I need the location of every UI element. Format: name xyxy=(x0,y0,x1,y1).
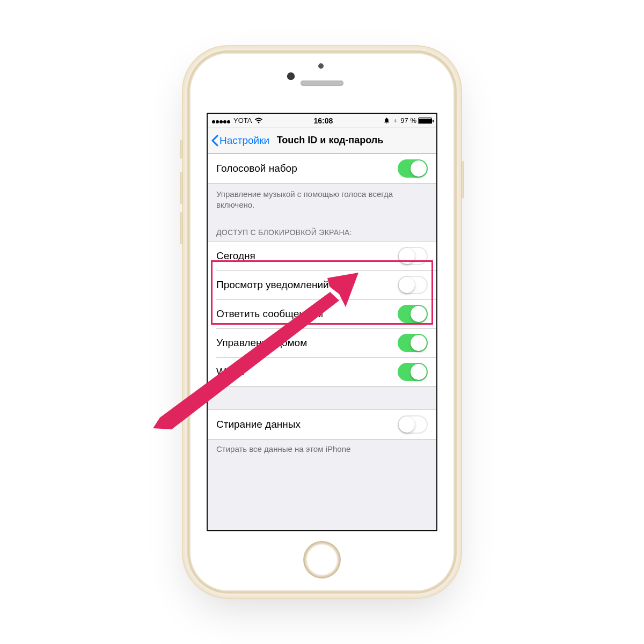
settings-list[interactable]: Голосовой набор Управление музыкой с пом… xyxy=(208,153,436,530)
mute-switch xyxy=(180,140,183,159)
row-label: Wallet xyxy=(216,366,244,378)
volume-up-button xyxy=(180,172,183,204)
signal-strength-icon xyxy=(212,116,231,125)
row-reply-message[interactable]: Ответить сообщением xyxy=(208,299,436,328)
switch-erase-data[interactable] xyxy=(398,415,428,434)
status-bar: YOTA 16:08 97 % xyxy=(208,114,436,128)
switch-wallet[interactable] xyxy=(398,363,428,381)
row-voice-dial[interactable]: Голосовой набор xyxy=(208,154,436,183)
back-label: Настройки xyxy=(219,135,269,147)
row-label: Просмотр уведомлений xyxy=(216,279,329,291)
lock-access-group: Сегодня Просмотр уведомлений Ответить со… xyxy=(208,241,436,387)
erase-footer: Стирать все данные на этом iPhone xyxy=(208,440,436,460)
switch-today[interactable] xyxy=(398,247,428,265)
switch-reply-message[interactable] xyxy=(398,305,428,323)
row-label: Сегодня xyxy=(216,250,255,262)
row-label: Ответить сообщением xyxy=(216,308,323,320)
lock-access-header: ДОСТУП С БЛОКИРОВКОЙ ЭКРАНА: xyxy=(208,216,436,241)
battery-percent: 97 % xyxy=(400,116,416,125)
row-home-control[interactable]: Управление домом xyxy=(208,328,436,357)
row-notifications-view[interactable]: Просмотр уведомлений xyxy=(208,270,436,299)
battery-icon xyxy=(418,118,432,124)
proximity-sensor xyxy=(318,63,324,69)
clock: 16:08 xyxy=(313,116,333,125)
row-label: Управление домом xyxy=(216,337,307,349)
switch-notifications-view[interactable] xyxy=(398,276,428,294)
row-label: Голосовой набор xyxy=(216,163,297,174)
switch-home-control[interactable] xyxy=(398,334,428,352)
row-wallet[interactable]: Wallet xyxy=(208,357,436,386)
phone-frame: YOTA 16:08 97 % xyxy=(191,54,453,590)
row-today[interactable]: Сегодня xyxy=(208,241,436,270)
carrier-label: YOTA xyxy=(233,116,252,125)
front-camera xyxy=(287,72,295,80)
screen: YOTA 16:08 97 % xyxy=(207,113,437,531)
wifi-icon xyxy=(254,118,263,124)
back-button[interactable]: Настройки xyxy=(211,135,269,147)
navigation-bar: Настройки Touch ID и код-пароль xyxy=(208,128,436,153)
voice-dial-footer: Управление музыкой с помощью голоса всег… xyxy=(208,184,436,216)
row-erase-data[interactable]: Стирание данных xyxy=(208,410,436,439)
volume-down-button xyxy=(180,212,183,244)
row-label: Стирание данных xyxy=(216,419,301,430)
home-button[interactable] xyxy=(303,541,341,579)
bluetooth-icon xyxy=(393,117,398,125)
power-button xyxy=(461,161,464,199)
alarm-icon xyxy=(383,117,390,124)
earpiece-speaker xyxy=(301,80,343,86)
switch-voice-dial[interactable] xyxy=(398,159,428,178)
